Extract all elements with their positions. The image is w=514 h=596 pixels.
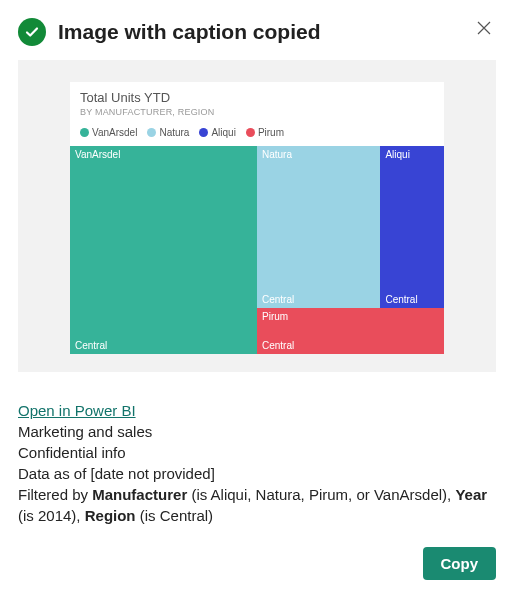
treemap-cell-label: Pirum xyxy=(262,311,288,322)
legend-item: Aliqui xyxy=(199,127,235,138)
legend-item: VanArsdel xyxy=(80,127,137,138)
legend-label: Natura xyxy=(159,127,189,138)
legend-label: Pirum xyxy=(258,127,284,138)
chart-header: Total Units YTD BY MANUFACTURER, REGION xyxy=(70,82,444,123)
copy-button[interactable]: Copy xyxy=(423,547,497,580)
legend-dot-icon xyxy=(199,128,208,137)
legend-dot-icon xyxy=(80,128,89,137)
treemap-cell-region: Central xyxy=(385,294,417,305)
legend-label: Aliqui xyxy=(211,127,235,138)
legend-label: VanArsdel xyxy=(92,127,137,138)
treemap-cell-natura: Natura Central xyxy=(257,146,380,308)
caption-line: Data as of [date not provided] xyxy=(18,463,496,484)
close-button[interactable] xyxy=(472,16,496,40)
legend-dot-icon xyxy=(147,128,156,137)
dialog-footer: Copy xyxy=(423,547,497,580)
success-check-icon xyxy=(18,18,46,46)
treemap-cell-region: Central xyxy=(75,340,107,351)
legend-item: Natura xyxy=(147,127,189,138)
treemap-cell-label: Natura xyxy=(262,149,292,160)
chart-subtitle: BY MANUFACTURER, REGION xyxy=(80,107,434,117)
chart-card: Total Units YTD BY MANUFACTURER, REGION … xyxy=(70,82,444,354)
legend-dot-icon xyxy=(246,128,255,137)
treemap-cell-region: Central xyxy=(262,340,294,351)
treemap: VanArsdel Central Natura Central Aliqui … xyxy=(70,146,444,354)
treemap-cell-label: VanArsdel xyxy=(75,149,120,160)
legend-item: Pirum xyxy=(246,127,284,138)
treemap-cell-label: Aliqui xyxy=(385,149,409,160)
treemap-cell-region: Central xyxy=(262,294,294,305)
dialog-header: Image with caption copied xyxy=(18,18,496,46)
caption-block: Open in Power BI Marketing and sales Con… xyxy=(18,400,496,526)
dialog-title: Image with caption copied xyxy=(58,20,321,44)
copy-confirmation-dialog: Image with caption copied Total Units YT… xyxy=(0,0,514,596)
chart-legend: VanArsdel Natura Aliqui Pirum xyxy=(70,123,444,146)
chart-title: Total Units YTD xyxy=(80,90,434,105)
open-in-powerbi-link[interactable]: Open in Power BI xyxy=(18,402,136,419)
caption-filter-line: Filtered by Manufacturer (is Aliqui, Nat… xyxy=(18,484,496,526)
caption-line: Confidential info xyxy=(18,442,496,463)
treemap-cell-aliqui: Aliqui Central xyxy=(380,146,444,308)
caption-line: Marketing and sales xyxy=(18,421,496,442)
close-icon xyxy=(477,21,491,35)
treemap-cell-vanarsdel: VanArsdel Central xyxy=(70,146,257,354)
image-preview-frame: Total Units YTD BY MANUFACTURER, REGION … xyxy=(18,60,496,372)
treemap-cell-pirum: Pirum Central xyxy=(257,308,444,354)
